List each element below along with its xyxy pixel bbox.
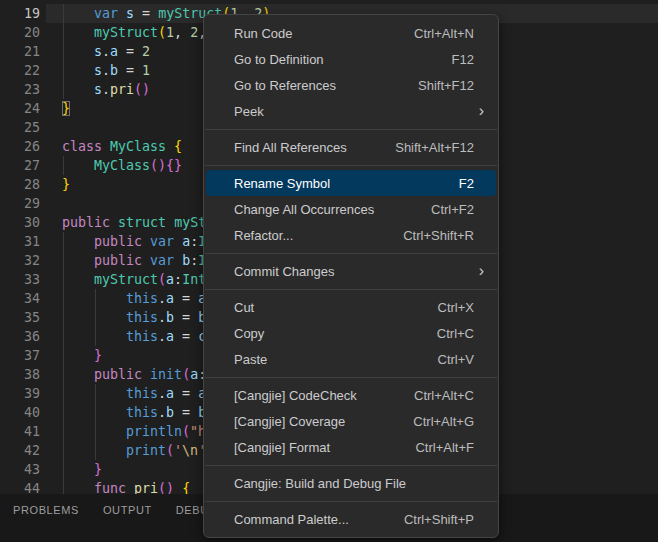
menu-separator: [205, 165, 497, 166]
menu-item-label: Refactor...: [234, 228, 403, 243]
menu-item-label: Find All References: [234, 140, 395, 155]
code-text: println("h: [62, 422, 206, 441]
code-text: s.b = 1: [62, 61, 150, 80]
menu-item-label: Cut: [234, 300, 438, 315]
line-number[interactable]: 36: [0, 327, 40, 346]
menu-item-label: Cangjie: Build and Debug File: [234, 476, 474, 491]
line-number[interactable]: 21: [0, 42, 40, 61]
menu-separator: [205, 377, 497, 378]
panel-tab-output[interactable]: OUTPUT: [103, 503, 152, 517]
submenu-arrow-icon: ›: [479, 103, 484, 119]
code-text: this.b = b: [62, 403, 206, 422]
menu-item-label: Rename Symbol: [234, 176, 459, 191]
menu-item-shortcut: Shift+Alt+F12: [395, 140, 474, 155]
line-number[interactable]: 44: [0, 479, 40, 494]
menu-item-cut[interactable]: CutCtrl+X: [206, 294, 496, 320]
code-text: print('\n': [62, 441, 206, 460]
menu-separator: [205, 501, 497, 502]
code-text: }: [62, 175, 70, 194]
line-number[interactable]: 35: [0, 308, 40, 327]
menu-item-label: Copy: [234, 326, 437, 341]
menu-item-rename-symbol[interactable]: Rename SymbolF2: [206, 170, 496, 196]
submenu-arrow-icon: ›: [479, 263, 484, 279]
menu-item-shortcut: Ctrl+Shift+R: [403, 228, 474, 243]
line-number[interactable]: 20: [0, 23, 40, 42]
menu-item-label: Command Palette...: [234, 512, 404, 527]
line-number[interactable]: 39: [0, 384, 40, 403]
line-number[interactable]: 25: [0, 118, 40, 137]
menu-item-label: Change All Occurrences: [234, 202, 431, 217]
line-number[interactable]: 38: [0, 365, 40, 384]
panel-tab-problems[interactable]: PROBLEMS: [13, 503, 79, 517]
code-text: public init(a:: [62, 365, 206, 384]
line-number[interactable]: 33: [0, 270, 40, 289]
menu-item-shortcut: F12: [452, 52, 474, 67]
line-number[interactable]: 42: [0, 441, 40, 460]
menu-item-peek[interactable]: Peek›: [206, 98, 496, 124]
menu-item-label: Commit Changes: [234, 264, 479, 279]
menu-item-cangjie-coverage[interactable]: [Cangjie] CoverageCtrl+Alt+G: [206, 408, 496, 434]
menu-item-run-code[interactable]: Run CodeCtrl+Alt+N: [206, 20, 496, 46]
code-text: }: [62, 460, 102, 479]
menu-item-label: [Cangjie] Format: [234, 440, 415, 455]
menu-item-copy[interactable]: CopyCtrl+C: [206, 320, 496, 346]
menu-item-label: Go to Definition: [234, 52, 452, 67]
menu-item-cangjie-codecheck[interactable]: [Cangjie] CodeCheckCtrl+Alt+C: [206, 382, 496, 408]
line-number[interactable]: 32: [0, 251, 40, 270]
line-number[interactable]: 31: [0, 232, 40, 251]
line-number[interactable]: 24: [0, 99, 40, 118]
menu-item-cangjie-format[interactable]: [Cangjie] FormatCtrl+Alt+F: [206, 434, 496, 460]
menu-item-change-all-occurrences[interactable]: Change All OccurrencesCtrl+F2: [206, 196, 496, 222]
line-number[interactable]: 28: [0, 175, 40, 194]
code-text: public struct mySt: [62, 213, 206, 232]
line-number[interactable]: 30: [0, 213, 40, 232]
line-number[interactable]: 27: [0, 156, 40, 175]
menu-separator: [205, 465, 497, 466]
menu-item-shortcut: Ctrl+Alt+G: [413, 414, 474, 429]
menu-item-paste[interactable]: PasteCtrl+V: [206, 346, 496, 372]
menu-item-shortcut: Ctrl+Alt+C: [414, 388, 474, 403]
menu-item-shortcut: Shift+F12: [418, 78, 474, 93]
menu-item-find-all-references[interactable]: Find All ReferencesShift+Alt+F12: [206, 134, 496, 160]
line-number[interactable]: 37: [0, 346, 40, 365]
menu-item-shortcut: Ctrl+C: [437, 326, 474, 341]
menu-item-shortcut: Ctrl+X: [438, 300, 474, 315]
code-text: func pri() {: [62, 479, 190, 494]
code-text: }: [62, 346, 102, 365]
line-number[interactable]: 29: [0, 194, 40, 213]
code-text: s.pri(): [62, 80, 150, 99]
code-text: s.a = 2: [62, 42, 150, 61]
line-number[interactable]: 26: [0, 137, 40, 156]
menu-item-go-to-references[interactable]: Go to ReferencesShift+F12: [206, 72, 496, 98]
code-text: myStruct(a:Int: [62, 270, 206, 289]
menu-item-cangjie-build-and-debug-file[interactable]: Cangjie: Build and Debug File: [206, 470, 496, 496]
menu-item-refactor[interactable]: Refactor...Ctrl+Shift+R: [206, 222, 496, 248]
menu-item-commit-changes[interactable]: Commit Changes›: [206, 258, 496, 284]
menu-item-label: Run Code: [234, 26, 414, 41]
line-number[interactable]: 22: [0, 61, 40, 80]
code-text: class MyClass {: [62, 137, 182, 156]
menu-separator: [205, 289, 497, 290]
code-text: public var b:I: [62, 251, 206, 270]
code-text: public var a:I: [62, 232, 206, 251]
line-number[interactable]: 41: [0, 422, 40, 441]
code-text: this.b = b: [62, 308, 206, 327]
menu-item-label: Peek: [234, 104, 479, 119]
code-text: MyClass(){}: [62, 156, 182, 175]
line-number[interactable]: 40: [0, 403, 40, 422]
code-text: this.a = a: [62, 384, 206, 403]
menu-separator: [205, 129, 497, 130]
menu-item-command-palette[interactable]: Command Palette...Ctrl+Shift+P: [206, 506, 496, 532]
menu-item-shortcut: Ctrl+Shift+P: [404, 512, 474, 527]
menu-item-label: [Cangjie] CodeCheck: [234, 388, 414, 403]
menu-item-go-to-definition[interactable]: Go to DefinitionF12: [206, 46, 496, 72]
line-number[interactable]: 19: [0, 4, 40, 23]
menu-item-shortcut: Ctrl+V: [438, 352, 474, 367]
line-number[interactable]: 23: [0, 80, 40, 99]
menu-item-shortcut: Ctrl+F2: [431, 202, 474, 217]
menu-item-label: Go to References: [234, 78, 418, 93]
line-number[interactable]: 34: [0, 289, 40, 308]
code-text: }: [62, 99, 70, 118]
line-number[interactable]: 43: [0, 460, 40, 479]
editor-context-menu: Run CodeCtrl+Alt+NGo to DefinitionF12Go …: [203, 14, 499, 538]
